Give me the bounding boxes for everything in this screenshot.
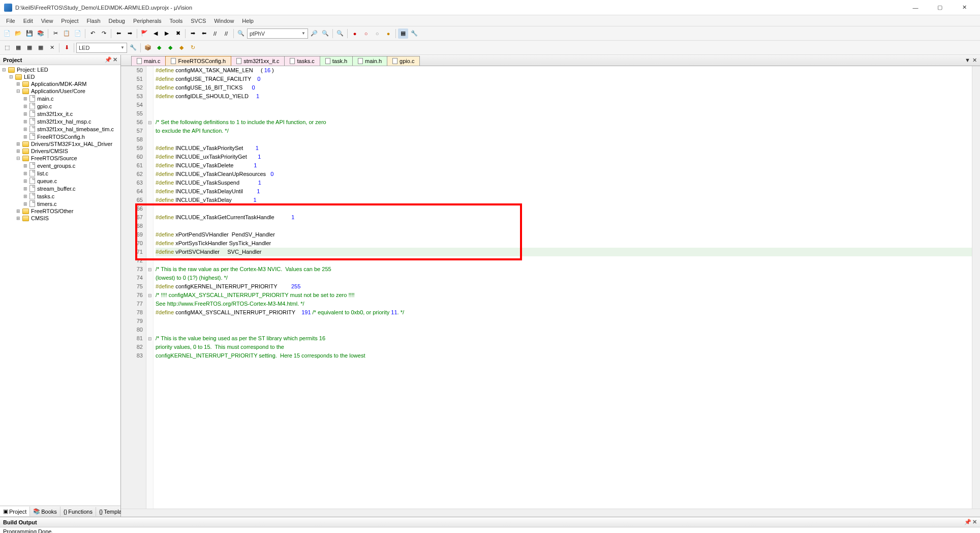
find-in-files-icon[interactable]: 🔎 (309, 28, 319, 39)
menu-flash[interactable]: Flash (83, 16, 105, 25)
code-editor[interactable]: 5051525354555657585960616263646566676869… (121, 66, 980, 509)
outdent-icon[interactable]: ⬅ (199, 28, 209, 39)
stop-build-icon[interactable]: ⨯ (47, 43, 57, 53)
cut-icon[interactable]: ✂ (50, 28, 60, 39)
panel-close-icon[interactable]: ✕ (113, 56, 117, 63)
tree-toggle-icon[interactable]: ⊟ (8, 74, 14, 79)
editor-tab[interactable]: FreeRTOSConfig.h (165, 56, 231, 66)
tree-group[interactable]: ⊞Drivers/STM32F1xx_HAL_Driver (1, 140, 119, 147)
indent-icon[interactable]: ➡ (188, 28, 198, 39)
editor-scrollbar-h[interactable] (121, 509, 980, 517)
tree-toggle-icon[interactable]: ⊞ (22, 179, 28, 184)
debug-icon[interactable]: 🔍 (335, 28, 345, 39)
breakpoint-kill-icon[interactable]: ● (383, 28, 393, 39)
options-icon[interactable]: 🔧 (128, 43, 138, 53)
copy-icon[interactable]: 📋 (62, 28, 72, 39)
panel-pin-icon[interactable]: 📌 (105, 56, 112, 63)
rebuild-icon[interactable]: ▦ (24, 43, 35, 53)
fold-column[interactable]: ⊟⊟⊟⊟ (146, 66, 154, 509)
tree-toggle-icon[interactable]: ⊞ (15, 209, 21, 214)
tree-toggle-icon[interactable]: ⊟ (15, 88, 21, 94)
build-output-content[interactable]: Programming Done.Verify OK.* JLink Info:… (0, 527, 980, 533)
window-icon[interactable]: ▦ (398, 28, 408, 39)
tree-toggle-icon[interactable]: ⊞ (22, 201, 28, 206)
tree-file[interactable]: ⊞list.c (1, 169, 119, 177)
tree-toggle-icon[interactable]: ⊟ (1, 67, 7, 72)
tree-toggle-icon[interactable]: ⊞ (22, 119, 28, 124)
paste-icon[interactable]: 📄 (73, 28, 83, 39)
tree-file[interactable]: ⊞tasks.c (1, 192, 119, 200)
bookmark-next-icon[interactable]: ▶ (162, 28, 172, 39)
tree-toggle-icon[interactable]: ⊞ (22, 96, 28, 101)
tree-project-root[interactable]: ⊟Project: LED (1, 66, 119, 73)
tree-toggle-icon[interactable]: ⊞ (22, 171, 28, 176)
tree-toggle-icon[interactable]: ⊞ (22, 186, 28, 191)
tree-toggle-icon[interactable]: ⊞ (22, 111, 28, 116)
select-pack-icon[interactable]: ◆ (165, 43, 175, 53)
menu-file[interactable]: File (2, 16, 19, 25)
panel-pin-icon[interactable]: 📌 (964, 519, 971, 525)
editor-tab[interactable]: main.c (131, 56, 166, 66)
menu-edit[interactable]: Edit (19, 16, 37, 25)
editor-tab[interactable]: tasks.c (284, 56, 320, 66)
panel-tab-functions[interactable]: {}Functions (60, 507, 96, 516)
comment-icon[interactable]: // (210, 28, 220, 39)
tree-file[interactable]: ⊞main.c (1, 95, 119, 102)
tree-toggle-icon[interactable]: ⊞ (22, 134, 28, 139)
menu-svcs[interactable]: SVCS (187, 16, 210, 25)
panel-tab-books[interactable]: 📚Books (30, 507, 60, 516)
menu-view[interactable]: View (37, 16, 57, 25)
close-button[interactable]: ✕ (953, 1, 976, 15)
editor-tab[interactable]: task.h (320, 56, 353, 66)
manage-rte-icon[interactable]: ◆ (154, 43, 164, 53)
tree-target[interactable]: ⊟LED (1, 73, 119, 80)
menu-window[interactable]: Window (210, 16, 238, 25)
open-icon[interactable]: 📂 (13, 28, 23, 39)
maximize-button[interactable]: ▢ (928, 1, 952, 15)
configure-icon[interactable]: 🔧 (409, 28, 419, 39)
tree-toggle-icon[interactable]: ⊞ (22, 127, 28, 132)
tree-toggle-icon[interactable]: ⊞ (22, 104, 28, 109)
manage-icon[interactable]: 📦 (143, 43, 153, 53)
tab-close-icon[interactable]: ✕ (972, 57, 977, 64)
editor-tab[interactable]: main.h (352, 56, 387, 66)
build-icon[interactable]: ▦ (13, 43, 23, 53)
translate-icon[interactable]: ⬚ (2, 43, 12, 53)
nav-back-icon[interactable]: ⬅ (113, 28, 124, 39)
project-tree[interactable]: ⊟Project: LED⊟LED⊞Application/MDK-ARM⊟Ap… (0, 65, 120, 506)
nav-fwd-icon[interactable]: ➡ (125, 28, 135, 39)
tree-group[interactable]: ⊞Application/MDK-ARM (1, 80, 119, 87)
tree-file[interactable]: ⊞queue.c (1, 177, 119, 185)
find-dropdown[interactable]: ptPhV ▼ (247, 28, 308, 39)
tree-file[interactable]: ⊞event_groups.c (1, 162, 119, 169)
editor-scrollbar-v[interactable] (972, 66, 980, 509)
tree-toggle-icon[interactable]: ⊞ (15, 216, 21, 221)
editor-tab[interactable]: gpio.c (387, 56, 420, 66)
reload-icon[interactable]: ↻ (188, 43, 198, 53)
breakpoint-insert-icon[interactable]: ● (350, 28, 360, 39)
tree-group[interactable]: ⊞FreeRTOS/Other (1, 208, 119, 215)
menu-help[interactable]: Help (238, 16, 258, 25)
tree-toggle-icon[interactable]: ⊞ (22, 163, 28, 168)
menu-project[interactable]: Project (57, 16, 82, 25)
tree-file[interactable]: ⊞stream_buffer.c (1, 185, 119, 192)
find-icon[interactable]: 🔍 (236, 28, 246, 39)
batch-build-icon[interactable]: ▦ (36, 43, 46, 53)
save-icon[interactable]: 💾 (24, 28, 35, 39)
redo-icon[interactable]: ↷ (99, 28, 109, 39)
uncomment-icon[interactable]: // (221, 28, 231, 39)
tree-group[interactable]: ⊟Application/User/Core (1, 87, 119, 95)
menu-tools[interactable]: Tools (166, 16, 187, 25)
panel-close-icon[interactable]: ✕ (972, 519, 977, 525)
menu-debug[interactable]: Debug (105, 16, 129, 25)
code-content[interactable]: #define configMAX_TASK_NAME_LEN ( 16 )#d… (154, 66, 972, 509)
pack-installer-icon[interactable]: ◆ (176, 43, 187, 53)
menu-peripherals[interactable]: Peripherals (129, 16, 166, 25)
tree-group[interactable]: ⊟FreeRTOS/Source (1, 155, 119, 162)
breakpoint-enable-icon[interactable]: ○ (361, 28, 371, 39)
tree-file[interactable]: ⊞stm32f1xx_hal_timebase_tim.c (1, 125, 119, 133)
new-icon[interactable]: 📄 (2, 28, 12, 39)
target-dropdown[interactable]: LED ▼ (76, 43, 127, 53)
breakpoint-disable-icon[interactable]: ○ (372, 28, 382, 39)
tree-file[interactable]: ⊞stm32f1xx_it.c (1, 110, 119, 117)
